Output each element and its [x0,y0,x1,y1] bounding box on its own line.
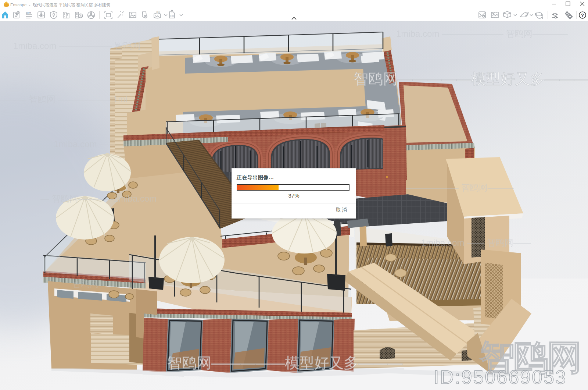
svg-text:?: ? [581,13,584,18]
svg-text:ID:950669053: ID:950669053 [434,366,567,388]
svg-text:1miba.com ——————— 智鸥网————: 1miba.com ——————— 智鸥网———— [396,29,568,39]
svg-text:EXE: EXE [170,15,175,17]
svg-text:智鸥网: 智鸥网 [72,279,98,289]
svg-text:——— 智鸥网 —————— 1mi: ——— 智鸥网 —————— 1mi [0,94,128,104]
svg-text:1miba.com —————— 智鸥网: 1miba.com —————— 智鸥网 [13,41,141,51]
svg-text:1miba.com ————: 1miba.com ———— [54,139,135,149]
svg-text:BIM: BIM [26,11,31,14]
svg-text:360: 360 [156,11,160,13]
svg-text:智鸥网—————模型好又多———: 智鸥网—————模型好又多——— [167,355,402,371]
svg-text:智鸥网—————模型好又多————: 智鸥网—————模型好又多———— [354,71,588,87]
svg-text:—————— 智鸥网———: —————— 智鸥网——— [406,182,514,192]
svg-text:— 智鸥网————1miba.com: — 智鸥网————1miba.com [40,194,157,203]
svg-text:1miba.com —— 智鸥网——: 1miba.com —— 智鸥网—— [421,238,531,248]
